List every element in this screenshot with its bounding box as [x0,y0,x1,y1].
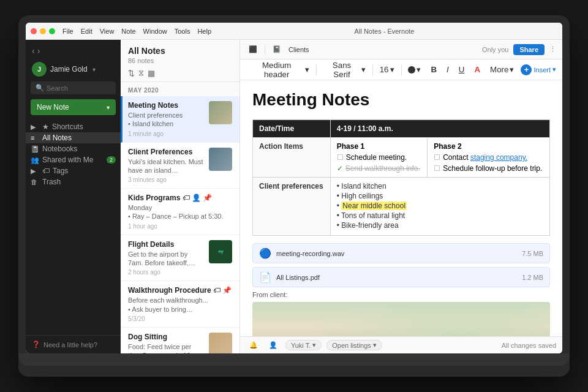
listings-chip[interactable]: Open listings ▾ [326,340,382,350]
close-button[interactable] [31,28,37,34]
note-item-text: Flight Details Get to the airport by 7am… [128,240,204,276]
minimize-button[interactable] [40,28,46,34]
sidebar-item-shortcuts[interactable]: ▶ ★ Shortcuts [26,121,121,132]
phase1-item1: ☐Schedule meeting. [337,153,421,162]
chevron-down-icon: ▾ [361,65,366,74]
tags-icon: 🏷 [42,167,50,175]
share-button[interactable]: Share [513,44,545,55]
sidebar-item-shared[interactable]: 👥 Shared with Me 2 [26,154,121,165]
format-separator [401,64,402,75]
more-options-icon[interactable]: ⋮ [549,45,556,53]
view-toggle-icon[interactable]: ▦ [148,69,155,78]
italic-button[interactable]: I [443,64,452,75]
search-bar[interactable]: 🔍 [31,81,116,94]
attachment-pdf[interactable]: 📄 All Listings.pdf 1.2 MB [252,267,550,287]
chevron-down-icon: ▾ [373,341,377,349]
menu-file[interactable]: File [62,28,74,35]
note-item-meeting[interactable]: Meeting Notes Client preferences• Island… [121,96,239,143]
attachment-name: All Listings.pdf [276,274,517,281]
share-user-button[interactable]: 👤 [266,340,281,350]
notebook-icon: 📓 [31,145,39,153]
new-note-label: New Note [37,103,69,111]
format-separator [372,64,373,75]
style-dropdown[interactable]: Medium header ▾ [246,59,312,80]
audio-file-icon: 🔵 [259,247,271,259]
note-top-toolbar: ⬛ 📓 Clients Only you Share ⋮ [240,40,562,59]
note-item-kids[interactable]: Kids Programs 🏷 👤 📌 Monday• Ray – Dance … [121,189,239,235]
notebook-link[interactable]: 📓 [270,44,284,55]
bold-button[interactable]: B [428,64,440,75]
from-client-label: From client: [252,291,550,298]
sidebar-item-trash[interactable]: 🗑 Trash [26,176,121,187]
note-item-walkthrough[interactable]: Walkthrough Procedure 🏷 📌 Before each wa… [121,281,239,328]
user-profile[interactable]: J Jamie Gold ▾ [26,59,121,81]
note-footer: 🔔 👤 Yuki T. ▾ Open listings ▾ [240,336,562,353]
plus-icon: + [521,64,532,75]
sidebar-item-notebooks[interactable]: 📓 Notebooks [26,143,121,154]
insert-button[interactable]: + Insert ▾ [521,64,556,75]
toolbar-separator [265,45,265,55]
chevron-down-icon: ▾ [92,66,96,73]
forward-arrow[interactable]: › [37,46,40,56]
menu-tools[interactable]: Tools [175,28,190,35]
app-layout: ‹ › J Jamie Gold ▾ 🔍 New Note ▾ [26,40,562,353]
phase1-header: Phase 1 [337,142,421,151]
new-note-button[interactable]: New Note ▾ [31,99,116,115]
note-item-preview: Client preferences• Island kitchen [128,111,204,129]
menu-edit[interactable]: Edit [81,28,92,35]
sidebar-item-label: Shared with Me [42,156,93,164]
clients-link[interactable]: Clients [288,46,309,53]
chevron-down-icon: ▾ [107,104,110,111]
author-chip[interactable]: Yuki T. ▾ [285,340,322,350]
sidebar: ‹ › J Jamie Gold ▾ 🔍 New Note ▾ [26,40,121,353]
menu-help[interactable]: Help [197,28,211,35]
chevron-down-icon: ▾ [510,65,514,74]
chevron-down-icon: ▾ [305,65,309,74]
back-arrow[interactable]: ‹ [32,46,35,56]
note-item-time: 1 hour ago [128,223,232,230]
more-formatting-button[interactable]: More ▾ [487,64,517,75]
staging-link[interactable]: staging company. [470,153,527,162]
note-item-preview: Get to the airport by 7am. Before takeof… [128,250,204,268]
sidebar-item-label: Shortcuts [52,123,83,131]
search-icon: 🔍 [36,84,44,92]
note-title[interactable]: Meeting Notes [252,90,550,110]
reminder-button[interactable]: 🔔 [246,340,261,350]
note-item-title: Meeting Notes [128,101,204,110]
menu-note[interactable]: Note [121,28,135,35]
menu-window[interactable]: Window [143,28,167,35]
sidebar-item-all-notes[interactable]: ≡ All Notes [26,132,121,143]
notes-list: All Notes 86 notes ⇅ ⧖ ▦ MAY 2020 Meetin… [121,40,240,353]
person-icon: 👤 [269,341,277,349]
avatar: J [32,62,47,77]
export-icon[interactable]: ⬛ [246,44,260,55]
sidebar-footer[interactable]: ❓ Need a little help? [26,335,121,353]
menu-view[interactable]: View [100,28,115,35]
color-picker[interactable]: ▾ [405,64,424,75]
sort-icon[interactable]: ⇅ [128,69,135,78]
attachment-wav[interactable]: 🔵 meeting-recording.wav 7.5 MB [252,243,550,263]
notes-count: 86 notes [128,57,232,64]
note-item-dog[interactable]: Dog Sitting Food: Feed twice per day. Sp… [121,328,239,353]
preferences-list: Island kitchen High ceilings Near middle… [337,182,543,230]
note-item-flight[interactable]: Flight Details Get to the airport by 7am… [121,235,239,282]
underline-button[interactable]: U [456,64,468,75]
note-content-area: ⬛ 📓 Clients Only you Share ⋮ Medium [240,40,562,353]
maximize-button[interactable] [49,28,55,34]
font-color-button[interactable]: A [471,64,483,75]
search-input[interactable] [47,85,111,92]
note-item-preview: Food: Feed twice per day. Space meals 12… [128,342,204,353]
font-size-dropdown[interactable]: 16 ▾ [377,64,398,75]
color-circle [408,66,415,74]
sidebar-item-tags[interactable]: ▶ 🏷 Tags [26,165,121,176]
font-dropdown[interactable]: Sans Serif ▾ [320,59,368,80]
note-item-text: Meeting Notes Client preferences• Island… [128,101,204,137]
filter-icon[interactable]: ⧖ [138,68,144,78]
sidebar-item-label: Tags [53,167,68,175]
note-item-time: 1 minute ago [128,130,204,137]
note-item-title: Walkthrough Procedure 🏷 📌 [128,286,232,295]
sidebar-item-label: All Notes [42,134,72,142]
help-label: Need a little help? [43,341,97,349]
pdf-file-icon: 📄 [259,271,271,283]
note-item-client-prefs[interactable]: Client Preferences Yuki's ideal kitchen.… [121,143,239,189]
